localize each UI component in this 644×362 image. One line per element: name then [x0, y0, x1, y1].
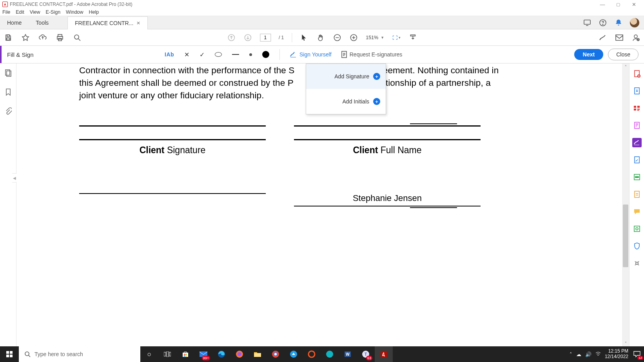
crossmark-tool[interactable]: ✕ [184, 51, 189, 58]
arrow-up-circle-icon[interactable] [227, 33, 236, 42]
page-total-label: / 1 [279, 35, 284, 40]
add-initials-menuitem[interactable]: Add Initials + [306, 89, 386, 114]
arrow-down-circle-icon[interactable] [243, 33, 252, 42]
add-signature-menuitem[interactable]: Add Signature + [306, 64, 386, 89]
chrome-icon[interactable] [267, 346, 285, 362]
star-icon[interactable] [21, 33, 30, 42]
menu-edit[interactable]: Edit [16, 9, 24, 15]
print-icon[interactable] [56, 33, 64, 42]
task-view-icon[interactable] [158, 346, 176, 362]
zoom-out-icon[interactable] [333, 33, 341, 42]
help-icon[interactable] [599, 18, 607, 27]
color-tool[interactable] [262, 51, 269, 58]
pen-icon[interactable] [599, 33, 607, 42]
menu-file[interactable]: File [2, 9, 10, 15]
hand-icon[interactable] [316, 33, 325, 42]
right-tools-rail [629, 63, 644, 346]
reflow-icon[interactable] [408, 33, 417, 42]
window-close-button[interactable]: ✕ [626, 2, 642, 7]
close-button[interactable]: Close [608, 49, 639, 60]
tab-home[interactable]: Home [0, 16, 29, 29]
tray-volume-icon[interactable]: 🔊 [585, 351, 591, 357]
cortana-icon[interactable]: ○ [140, 346, 158, 362]
line-tool[interactable] [232, 54, 239, 55]
menu-window[interactable]: Window [66, 9, 83, 15]
edit-pdf-icon[interactable] [632, 121, 642, 130]
mail-icon[interactable]: 99+ [194, 346, 212, 362]
menu-esign[interactable]: E-Sign [46, 9, 61, 15]
client-signature-bold: Client [140, 145, 165, 155]
bell-icon[interactable] [614, 18, 623, 27]
svg-text:T: T [365, 352, 367, 357]
taskbar-search[interactable]: Type here to search [19, 346, 140, 362]
next-button[interactable]: Next [574, 49, 603, 60]
word-icon[interactable]: W [339, 346, 357, 362]
app-blue-icon[interactable] [285, 346, 303, 362]
firefox-icon[interactable] [230, 346, 249, 362]
app-orange-icon[interactable] [303, 346, 321, 362]
zoom-in-icon[interactable] [349, 33, 358, 42]
redact-icon[interactable] [632, 172, 642, 182]
tray-onedrive-icon[interactable]: ☁ [576, 351, 581, 357]
cursor-icon[interactable] [300, 33, 308, 42]
document-icon [341, 51, 347, 58]
organize-pages-icon[interactable] [632, 103, 642, 113]
protect-icon[interactable] [632, 241, 642, 251]
save-icon[interactable] [4, 33, 13, 42]
scan-ocr-icon[interactable] [632, 224, 642, 233]
file-explorer-icon[interactable] [249, 346, 267, 362]
main-area: ◀ Contractor in connection with the perf… [0, 63, 644, 346]
window-minimize-button[interactable]: — [595, 2, 610, 7]
vertical-scrollbar[interactable]: ˄ ˅ [622, 63, 629, 346]
circle-tool[interactable] [215, 52, 222, 57]
tray-clock[interactable]: 12:15 PM 12/14/2022 [605, 349, 628, 360]
document-viewport[interactable]: Contractor in connection with the perfor… [16, 63, 629, 346]
export-pdf-icon[interactable] [632, 86, 642, 96]
request-esignatures-button[interactable]: Request E-signatures [341, 51, 403, 58]
page-number-input[interactable] [260, 34, 271, 42]
acrobat-icon[interactable] [375, 346, 393, 362]
tray-wifi-icon[interactable] [595, 351, 601, 357]
microsoft-store-icon[interactable] [176, 346, 194, 362]
scroll-up-icon[interactable]: ˄ [622, 63, 629, 70]
compress-icon[interactable] [632, 190, 642, 199]
comment-icon[interactable] [632, 207, 642, 216]
tray-chevron-up-icon[interactable]: ˄ [570, 351, 572, 357]
attachment-icon[interactable] [5, 107, 12, 117]
cloud-upload-icon[interactable] [38, 33, 47, 42]
start-button[interactable] [0, 346, 19, 362]
tab-close-icon[interactable]: ✕ [136, 20, 140, 26]
fit-width-icon[interactable]: ▾ [392, 33, 401, 42]
more-tools-icon[interactable] [632, 259, 642, 268]
tab-tools[interactable]: Tools [29, 16, 56, 29]
add-text-tool[interactable]: IAb [165, 51, 174, 58]
menu-help[interactable]: Help [89, 9, 99, 15]
checkmark-tool[interactable]: ✓ [200, 51, 205, 58]
app-teal-icon[interactable] [321, 346, 339, 362]
svg-rect-37 [10, 355, 13, 357]
request-signatures-icon[interactable] [632, 155, 642, 165]
mail-icon[interactable] [615, 33, 624, 42]
user-avatar[interactable] [630, 18, 639, 27]
zoom-level[interactable]: 151%▼ [366, 35, 384, 40]
sign-yourself-label: Sign Yourself [299, 51, 332, 58]
scrollbar-thumb[interactable] [623, 205, 628, 267]
magnify-icon[interactable] [73, 33, 82, 42]
tab-document[interactable]: FREELANCE CONTR... ✕ [67, 16, 148, 29]
edge-icon[interactable] [212, 346, 230, 362]
sign-yourself-button[interactable]: Sign Yourself [290, 51, 332, 58]
dot-tool[interactable] [249, 53, 252, 56]
page-thumbnails-icon[interactable] [4, 69, 12, 79]
bookmark-icon[interactable] [5, 88, 12, 98]
scroll-down-icon[interactable]: ˅ [622, 340, 629, 346]
menu-view[interactable]: View [30, 9, 40, 15]
share-screen-icon[interactable] [583, 18, 591, 27]
fill-sign-icon[interactable] [632, 138, 642, 147]
create-pdf-icon[interactable] [632, 69, 642, 78]
teams-icon[interactable]: T63 [357, 346, 375, 362]
svg-point-57 [326, 351, 333, 358]
svg-point-54 [274, 353, 277, 355]
window-maximize-button[interactable]: ▢ [610, 2, 626, 7]
action-center-icon[interactable]: 12 [632, 349, 642, 359]
profile-add-icon[interactable] [631, 33, 640, 42]
